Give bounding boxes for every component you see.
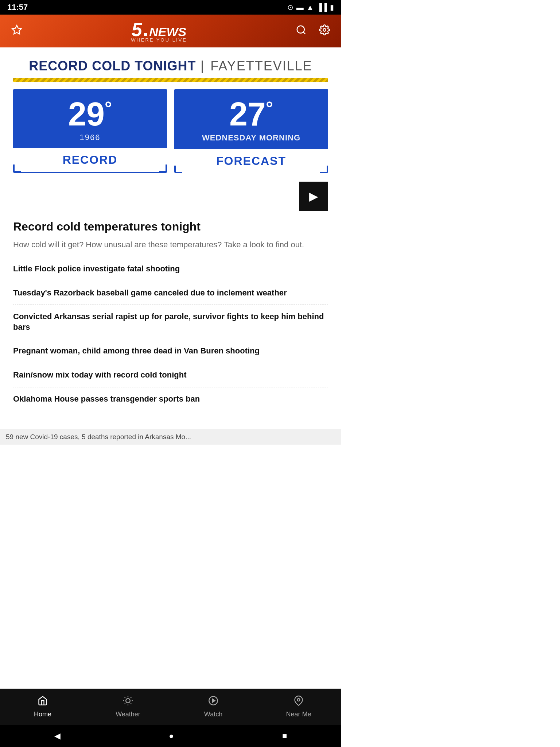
nav-item-nearme[interactable]: Near Me <box>256 689 341 725</box>
news-item[interactable]: Convicted Arkansas serial rapist up for … <box>13 305 328 339</box>
forecast-temp: 27° <box>182 98 321 131</box>
featured-article[interactable]: Record cold temperatures tonight How col… <box>13 220 328 251</box>
nearme-nav-label: Near Me <box>286 711 311 718</box>
android-nav: ◀ ● ■ <box>0 725 341 747</box>
play-icon: ▶ <box>309 189 318 203</box>
status-icons: ⊙ ▬ ▲ ▐▐ ▮ <box>287 3 334 12</box>
ticker-bar: 59 new Covid-19 cases, 5 deaths reported… <box>0 429 341 445</box>
news-item[interactable]: Rain/snow mix today with record cold ton… <box>13 363 328 387</box>
news-list: Little Flock police investigate fatal sh… <box>13 264 328 411</box>
article-description: How cold will it get? How unusual are th… <box>13 239 328 251</box>
svg-line-11 <box>125 703 125 704</box>
sim-icon: ▬ <box>296 3 304 12</box>
svg-line-2 <box>303 32 305 34</box>
weather-nav-icon <box>123 696 133 708</box>
weather-nav-label: Weather <box>116 711 140 718</box>
news-item[interactable]: Oklahoma House passes transgender sports… <box>13 387 328 411</box>
wifi-icon: ▲ <box>307 3 314 12</box>
video-area: ▶ <box>13 182 328 211</box>
home-nav-label: Home <box>34 711 51 718</box>
news-item[interactable]: Pregnant woman, child among three dead i… <box>13 339 328 363</box>
signal-icon: ▐▐ <box>317 3 327 12</box>
record-label-box: RECORD <box>13 148 167 172</box>
headline-location: FAYETTEVILLE <box>210 58 312 73</box>
svg-line-8 <box>131 703 131 704</box>
forecast-label: FORECAST <box>216 154 286 168</box>
watch-nav-label: Watch <box>204 711 222 718</box>
svg-point-4 <box>126 698 130 703</box>
search-button[interactable] <box>293 24 309 38</box>
record-temp: 29° <box>20 98 160 131</box>
nav-item-weather[interactable]: Weather <box>85 689 171 725</box>
article-title: Record cold temperatures tonight <box>13 220 328 233</box>
svg-line-12 <box>131 697 131 698</box>
app-header: 5 NEWS WHERE YOU LIVE <box>0 15 341 47</box>
svg-marker-0 <box>12 25 22 34</box>
nav-item-home[interactable]: Home <box>0 689 85 725</box>
battery-icon: ▮ <box>330 3 334 12</box>
record-year: 1966 <box>20 133 160 142</box>
ticker-text: 59 new Covid-19 cases, 5 deaths reported… <box>6 433 191 441</box>
settings-button[interactable] <box>316 24 332 38</box>
forecast-degree: ° <box>266 98 273 118</box>
svg-point-1 <box>297 26 304 33</box>
bottom-nav: HomeWeatherWatchNear Me <box>0 689 341 725</box>
svg-point-15 <box>298 698 300 701</box>
nearme-nav-icon <box>293 696 304 708</box>
svg-point-3 <box>323 28 326 31</box>
favorite-button[interactable] <box>9 24 25 38</box>
watch-nav-icon <box>208 696 218 708</box>
news-item-title: Oklahoma House passes transgender sports… <box>13 394 328 405</box>
forecast-weather-card[interactable]: 27° WEDNESDAY MORNING FORECAST <box>174 89 328 173</box>
app-logo: 5 NEWS WHERE YOU LIVE <box>25 20 293 42</box>
headline-divider: | <box>201 58 207 73</box>
weather-headline: RECORD COLD TONIGHT | FAYETTEVILLE <box>13 58 328 74</box>
news-item[interactable]: Little Flock police investigate fatal sh… <box>13 264 328 281</box>
news-item-title: Little Flock police investigate fatal sh… <box>13 264 328 274</box>
record-degree: ° <box>105 98 112 118</box>
recent-button[interactable]: ■ <box>282 731 287 741</box>
news-item[interactable]: Tuesday's Razorback baseball game cancel… <box>13 281 328 305</box>
record-weather-card[interactable]: 29° 1966 RECORD <box>13 89 167 173</box>
svg-marker-14 <box>213 699 215 702</box>
news-item-title: Convicted Arkansas serial rapist up for … <box>13 311 328 332</box>
svg-line-7 <box>125 697 125 698</box>
headline-bold: RECORD COLD TONIGHT <box>29 58 196 73</box>
home-nav-icon <box>38 696 48 708</box>
forecast-subtext: WEDNESDAY MORNING <box>182 133 321 143</box>
news-item-title: Pregnant woman, child among three dead i… <box>13 346 328 356</box>
status-time: 11:57 <box>7 3 28 12</box>
record-label: RECORD <box>63 153 118 167</box>
home-button[interactable]: ● <box>169 731 174 741</box>
nav-item-watch[interactable]: Watch <box>171 689 256 725</box>
stripe-divider <box>13 78 328 82</box>
status-bar: 11:57 ⊙ ▬ ▲ ▐▐ ▮ <box>0 0 341 15</box>
news-item-title: Rain/snow mix today with record cold ton… <box>13 370 328 380</box>
notification-icon: ⊙ <box>287 3 293 12</box>
news-item-title: Tuesday's Razorback baseball game cancel… <box>13 288 328 298</box>
back-button[interactable]: ◀ <box>54 731 61 741</box>
forecast-label-box: FORECAST <box>174 149 328 173</box>
main-content: RECORD COLD TONIGHT | FAYETTEVILLE 29° 1… <box>0 47 341 429</box>
weather-cards: 29° 1966 RECORD 27° WEDNESDAY MORNING FO… <box>13 89 328 173</box>
play-button[interactable]: ▶ <box>299 182 328 211</box>
